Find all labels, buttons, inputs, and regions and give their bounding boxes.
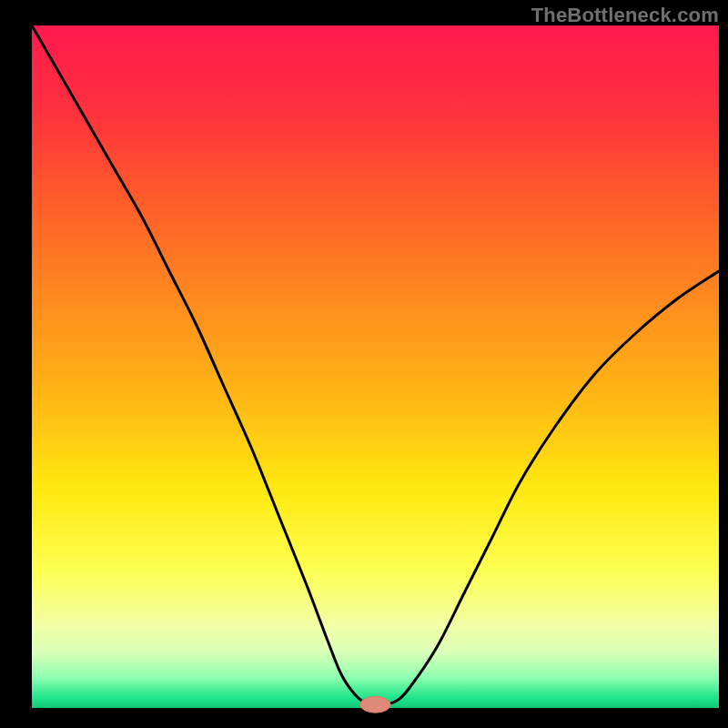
bottleneck-chart <box>0 0 728 728</box>
plot-background <box>32 25 719 708</box>
chart-frame: TheBottleneck.com <box>0 0 728 728</box>
watermark-text: TheBottleneck.com <box>531 4 719 27</box>
optimal-marker <box>360 696 390 713</box>
